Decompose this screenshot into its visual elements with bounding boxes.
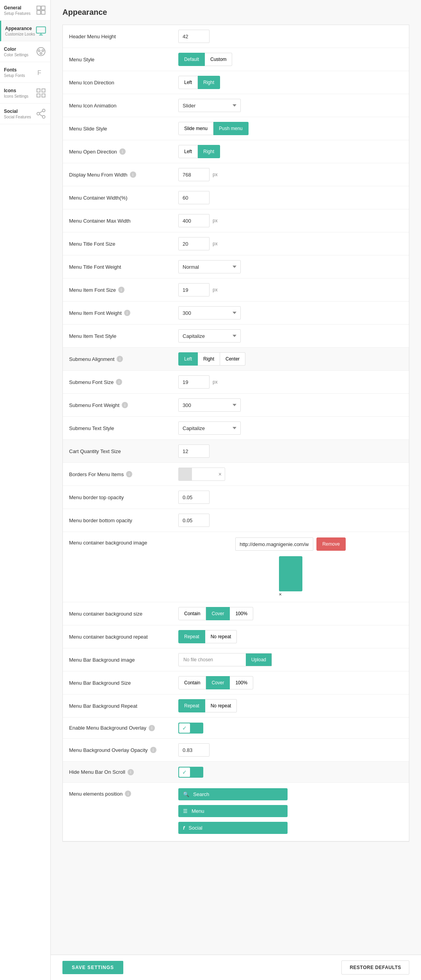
menu-title-font-weight-select[interactable]: Normal Bold 100200300400500600700800 (178, 260, 241, 273)
main-content: Appearance Header Menu Height Menu Style (51, 0, 421, 955)
menu-icon-animation-select[interactable]: Slider Fade None (178, 99, 241, 112)
bar-bg-repeat-no-repeat[interactable]: No repeat (205, 699, 237, 712)
menu-container-width-input[interactable] (178, 191, 210, 204)
row-menu-container-bg-size: Menu container background size Contain C… (63, 602, 409, 625)
social-f-icon: f (183, 825, 185, 831)
menu-item-text-style-select[interactable]: CapitalizeUppercaseLowercaseNone (178, 329, 241, 343)
bg-image-preview (279, 556, 302, 591)
menu-container-max-width-input[interactable] (178, 214, 210, 227)
settings-table: Header Menu Height Menu Style Default Cu (62, 25, 409, 842)
menu-style-custom[interactable]: Custom (205, 53, 232, 66)
open-direction-right[interactable]: Right (198, 145, 220, 158)
menu-item-font-weight-info[interactable]: i (124, 310, 130, 316)
row-menu-open-direction: Menu Open Direction i Left Right (63, 140, 409, 163)
menu-item-font-size-input[interactable] (178, 283, 210, 296)
submenu-font-weight-select[interactable]: NormalBold100200300400500600700 (178, 398, 241, 412)
menu-container-bg-image-remove[interactable]: Remove (316, 537, 346, 551)
menu-item-font-size-info[interactable]: i (118, 287, 124, 293)
display-menu-width-input[interactable] (178, 168, 210, 181)
sidebar-item-social[interactable]: Social Social Features (0, 104, 50, 124)
submenu-align-center[interactable]: Center (220, 352, 245, 366)
menu-container-bg-repeat-group: Repeat No repeat (178, 630, 237, 643)
submenu-align-right[interactable]: Right (198, 352, 220, 366)
color-swatch[interactable] (179, 468, 192, 480)
svg-rect-0 (37, 6, 41, 10)
submenu-font-size-info[interactable]: i (116, 379, 122, 385)
bg-repeat-no-repeat[interactable]: No repeat (205, 630, 237, 643)
row-submenu-font-size: Submenu Font Size i px (63, 371, 409, 394)
menu-style-default[interactable]: Default (178, 53, 205, 66)
sidebar-item-icons[interactable]: Icons Icons Settings (0, 83, 50, 104)
submenu-align-left[interactable]: Left (178, 352, 198, 366)
menu-open-direction-group: Left Right (178, 145, 220, 158)
bar-bg-repeat-repeat[interactable]: Repeat (178, 699, 205, 712)
submenu-font-size-input[interactable] (178, 375, 210, 389)
restore-defaults-button[interactable]: RESTORE DEFAULTS (341, 960, 409, 975)
submenu-alignment-info[interactable]: i (117, 356, 123, 362)
menu-bg-overlay-opacity-info[interactable]: i (150, 747, 156, 753)
enable-menu-bg-overlay-info[interactable]: i (149, 725, 155, 731)
display-menu-width-info[interactable]: i (130, 171, 136, 178)
menu-slide-style-group: Slide menu Push menu (178, 122, 249, 135)
submenu-alignment-group: Left Right Center (178, 352, 245, 366)
svg-point-6 (38, 50, 40, 52)
border-color-picker[interactable]: × (178, 468, 225, 481)
bg-size-cover[interactable]: Cover (206, 607, 230, 620)
svg-point-16 (43, 116, 45, 118)
row-menu-title-font-weight: Menu Title Font Weight Normal Bold 10020… (63, 255, 409, 278)
svg-rect-2 (37, 11, 41, 14)
menu-style-group: Default Custom (178, 53, 232, 66)
bg-repeat-repeat[interactable]: Repeat (178, 630, 205, 643)
sortable-item-menu[interactable]: ☰ Menu (178, 805, 288, 817)
submenu-font-weight-info[interactable]: i (122, 402, 128, 408)
menu-open-direction-info[interactable]: i (119, 148, 126, 155)
bg-size-contain[interactable]: Contain (178, 607, 206, 620)
bar-bg-size-100[interactable]: 100% (230, 676, 253, 689)
sidebar-item-color[interactable]: Color Color Settings (0, 41, 50, 62)
row-menu-item-text-style: Menu Item Text Style CapitalizeUppercase… (63, 325, 409, 348)
open-direction-left[interactable]: Left (178, 145, 198, 158)
icon-direction-right[interactable]: Right (198, 76, 220, 89)
sidebar-item-general[interactable]: General Setup Features (0, 0, 50, 21)
menu-item-font-weight-select[interactable]: NormalBold100200300400500600700 (178, 306, 241, 320)
row-menu-icon-animation: Menu Icon Animation Slider Fade None (63, 94, 409, 117)
menu-bar-bg-image-upload[interactable]: Upload (246, 653, 272, 666)
enable-menu-bg-overlay-toggle[interactable]: ✓ (178, 723, 203, 734)
row-menu-bg-overlay-opacity: Menu Background Overlay Opacity i (63, 739, 409, 762)
sidebar-item-fonts[interactable]: Fonts Setup Fonts F (0, 62, 50, 83)
sortable-item-social[interactable]: f Social (178, 822, 288, 834)
hide-menu-bar-info[interactable]: i (128, 769, 134, 775)
sortable-item-search[interactable]: 🔍 Search (178, 788, 288, 800)
row-menu-slide-style: Menu Slide Style Slide menu Push menu (63, 117, 409, 140)
bar-bg-size-contain[interactable]: Contain (178, 676, 206, 689)
borders-menu-items-info[interactable]: i (126, 471, 132, 477)
save-settings-button[interactable]: SAVE SETTINGS (62, 961, 123, 974)
sidebar-item-appearance[interactable]: Appearance Customize Looks (0, 21, 50, 41)
row-menu-style: Menu Style Default Custom (63, 48, 409, 71)
push-menu-btn[interactable]: Push menu (213, 122, 249, 135)
menu-container-bg-image-input[interactable] (235, 537, 313, 551)
svg-rect-10 (37, 89, 40, 92)
svg-rect-11 (42, 89, 45, 92)
row-menu-container-bg-image: Menu container background image Remove × (63, 532, 409, 602)
menu-border-bottom-opacity-input[interactable] (178, 514, 210, 527)
bar-bg-size-cover[interactable]: Cover (206, 676, 230, 689)
submenu-text-style-select[interactable]: CapitalizeUppercaseLowercaseNone (178, 421, 241, 435)
header-menu-height-input[interactable] (178, 30, 210, 43)
row-menu-container-bg-repeat: Menu container background repeat Repeat … (63, 625, 409, 648)
hide-menu-bar-toggle[interactable]: ✓ (178, 767, 203, 778)
bg-image-remove-dot[interactable]: × (279, 591, 302, 597)
row-header-menu-height: Header Menu Height (63, 25, 409, 48)
color-clear-btn[interactable]: × (215, 471, 225, 477)
icon-direction-left[interactable]: Left (178, 76, 198, 89)
page-title: Appearance (62, 8, 409, 17)
cart-quantity-text-size-input[interactable] (178, 444, 210, 458)
slide-menu-btn[interactable]: Slide menu (178, 122, 213, 135)
menu-elements-position-info[interactable]: i (125, 791, 131, 797)
row-menu-elements-position: Menu elements position i 🔍 Search ☰ Menu (63, 783, 409, 841)
bg-size-100[interactable]: 100% (230, 607, 253, 620)
menu-bg-overlay-opacity-input[interactable] (178, 743, 210, 757)
menu-title-font-size-input[interactable] (178, 237, 210, 250)
row-menu-icon-direction: Menu Icon Direction Left Right (63, 71, 409, 94)
menu-border-top-opacity-input[interactable] (178, 491, 210, 504)
